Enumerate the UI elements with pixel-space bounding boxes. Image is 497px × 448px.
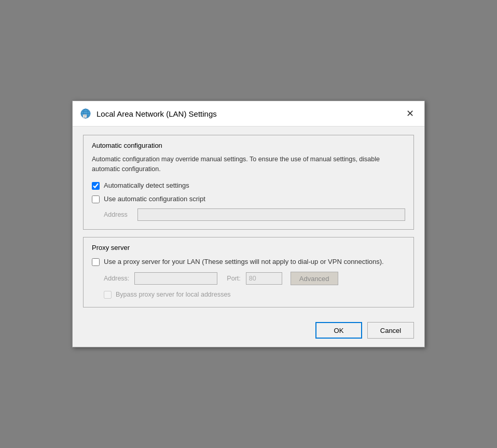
proxy-port-label: Port: <box>227 275 240 282</box>
cancel-button[interactable]: Cancel <box>367 322 414 339</box>
bypass-row: Bypass proxy server for local addresses <box>104 290 405 299</box>
dialog-footer: OK Cancel <box>73 316 424 347</box>
globe-icon <box>80 108 91 119</box>
auto-config-section: Automatic configuration Automatic config… <box>83 135 414 230</box>
proxy-address-label: Address: <box>104 275 129 282</box>
proxy-address-input[interactable] <box>134 272 217 285</box>
auto-detect-checkbox[interactable] <box>92 182 100 190</box>
use-script-label[interactable]: Use automatic configuration script <box>104 195 205 203</box>
dialog-title: Local Area Network (LAN) Settings <box>96 109 217 118</box>
auto-detect-row: Automatically detect settings <box>92 181 405 190</box>
dialog-body: Automatic configuration Automatic config… <box>73 127 424 316</box>
proxy-addr-row: Address: Port: Advanced <box>104 272 405 285</box>
bypass-proxy-checkbox[interactable] <box>104 291 112 299</box>
auto-config-description: Automatic configuration may override man… <box>92 155 405 174</box>
close-button[interactable]: ✕ <box>403 106 417 121</box>
script-address-input[interactable] <box>137 208 405 221</box>
auto-config-title: Automatic configuration <box>92 142 405 149</box>
proxy-port-input[interactable] <box>246 272 282 285</box>
use-proxy-row: Use a proxy server for your LAN (These s… <box>92 257 405 267</box>
use-script-row: Use automatic configuration script <box>92 195 405 203</box>
script-address-label: Address <box>104 211 132 218</box>
advanced-button[interactable]: Advanced <box>291 272 338 285</box>
proxy-server-section: Proxy server Use a proxy server for your… <box>83 237 414 308</box>
use-proxy-label[interactable]: Use a proxy server for your LAN (These s… <box>104 257 384 267</box>
title-bar: Local Area Network (LAN) Settings ✕ <box>73 101 424 127</box>
title-bar-left: Local Area Network (LAN) Settings <box>80 108 217 119</box>
bypass-proxy-label: Bypass proxy server for local addresses <box>116 291 231 298</box>
script-address-row: Address <box>104 208 405 221</box>
lan-settings-dialog: Local Area Network (LAN) Settings ✕ Auto… <box>72 101 425 347</box>
use-proxy-checkbox[interactable] <box>92 258 100 266</box>
proxy-server-title: Proxy server <box>92 244 405 251</box>
auto-detect-label[interactable]: Automatically detect settings <box>104 181 189 189</box>
use-script-checkbox[interactable] <box>92 195 100 203</box>
ok-button[interactable]: OK <box>315 322 362 339</box>
